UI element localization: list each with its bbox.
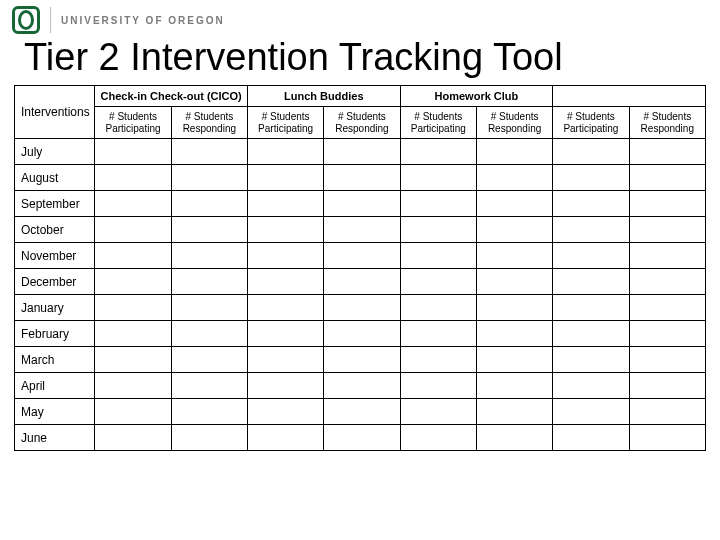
data-cell: [171, 347, 247, 373]
tracking-table: Interventions Check-in Check-out (CICO) …: [14, 85, 706, 451]
data-cell: [400, 425, 476, 451]
data-cell: [247, 191, 323, 217]
data-cell: [324, 269, 400, 295]
data-cell: [324, 295, 400, 321]
data-cell: [553, 217, 629, 243]
data-cell: [629, 321, 705, 347]
data-cell: [476, 191, 552, 217]
data-cell: [629, 217, 705, 243]
sub-responding-1: # Students Responding: [324, 107, 400, 139]
data-cell: [247, 321, 323, 347]
month-label: January: [15, 295, 95, 321]
data-cell: [476, 139, 552, 165]
data-cell: [247, 373, 323, 399]
data-cell: [400, 295, 476, 321]
data-cell: [629, 347, 705, 373]
data-cell: [400, 191, 476, 217]
data-cell: [324, 165, 400, 191]
data-cell: [95, 295, 171, 321]
month-label: September: [15, 191, 95, 217]
data-cell: [553, 321, 629, 347]
data-cell: [247, 425, 323, 451]
data-cell: [324, 191, 400, 217]
data-cell: [400, 243, 476, 269]
group-header-3: [553, 86, 706, 107]
sub-responding-3: # Students Responding: [629, 107, 705, 139]
data-cell: [324, 373, 400, 399]
data-cell: [400, 165, 476, 191]
data-cell: [95, 425, 171, 451]
page-header: UNIVERSITY OF OREGON: [0, 0, 720, 36]
table-row: August: [15, 165, 706, 191]
table-row: March: [15, 347, 706, 373]
data-cell: [171, 139, 247, 165]
data-cell: [476, 347, 552, 373]
data-cell: [247, 217, 323, 243]
data-cell: [400, 217, 476, 243]
data-cell: [247, 139, 323, 165]
table-row: May: [15, 399, 706, 425]
month-label: July: [15, 139, 95, 165]
interventions-header: Interventions: [15, 86, 95, 139]
data-cell: [476, 217, 552, 243]
data-cell: [629, 243, 705, 269]
table-row: October: [15, 217, 706, 243]
data-cell: [553, 295, 629, 321]
data-cell: [95, 217, 171, 243]
data-cell: [476, 269, 552, 295]
data-cell: [400, 269, 476, 295]
data-cell: [95, 165, 171, 191]
table-row: February: [15, 321, 706, 347]
data-cell: [553, 373, 629, 399]
data-cell: [247, 399, 323, 425]
month-label: October: [15, 217, 95, 243]
data-cell: [171, 165, 247, 191]
sub-responding-2: # Students Responding: [476, 107, 552, 139]
month-label: August: [15, 165, 95, 191]
data-cell: [247, 269, 323, 295]
data-cell: [400, 373, 476, 399]
data-cell: [171, 191, 247, 217]
data-cell: [95, 269, 171, 295]
data-cell: [171, 217, 247, 243]
data-cell: [95, 191, 171, 217]
data-cell: [553, 243, 629, 269]
data-cell: [324, 399, 400, 425]
data-cell: [400, 321, 476, 347]
sub-participating-0: # Students Participating: [95, 107, 171, 139]
data-cell: [400, 139, 476, 165]
data-cell: [553, 165, 629, 191]
data-cell: [95, 321, 171, 347]
month-label: May: [15, 399, 95, 425]
page-title: Tier 2 Intervention Tracking Tool: [24, 36, 720, 79]
table-row: July: [15, 139, 706, 165]
data-cell: [476, 399, 552, 425]
data-cell: [476, 295, 552, 321]
data-cell: [629, 295, 705, 321]
month-label: April: [15, 373, 95, 399]
group-header-0: Check-in Check-out (CICO): [95, 86, 248, 107]
sub-participating-1: # Students Participating: [247, 107, 323, 139]
data-cell: [476, 165, 552, 191]
data-cell: [95, 139, 171, 165]
data-cell: [553, 191, 629, 217]
month-label: February: [15, 321, 95, 347]
data-cell: [629, 139, 705, 165]
table-row: December: [15, 269, 706, 295]
month-label: June: [15, 425, 95, 451]
table-row: November: [15, 243, 706, 269]
data-cell: [95, 347, 171, 373]
header-divider: [50, 7, 51, 33]
sub-responding-0: # Students Responding: [171, 107, 247, 139]
data-cell: [247, 295, 323, 321]
data-cell: [324, 321, 400, 347]
data-cell: [247, 165, 323, 191]
data-cell: [476, 425, 552, 451]
data-cell: [553, 425, 629, 451]
data-cell: [400, 347, 476, 373]
data-cell: [629, 165, 705, 191]
data-cell: [171, 243, 247, 269]
sub-participating-3: # Students Participating: [553, 107, 629, 139]
data-cell: [171, 425, 247, 451]
data-cell: [553, 347, 629, 373]
